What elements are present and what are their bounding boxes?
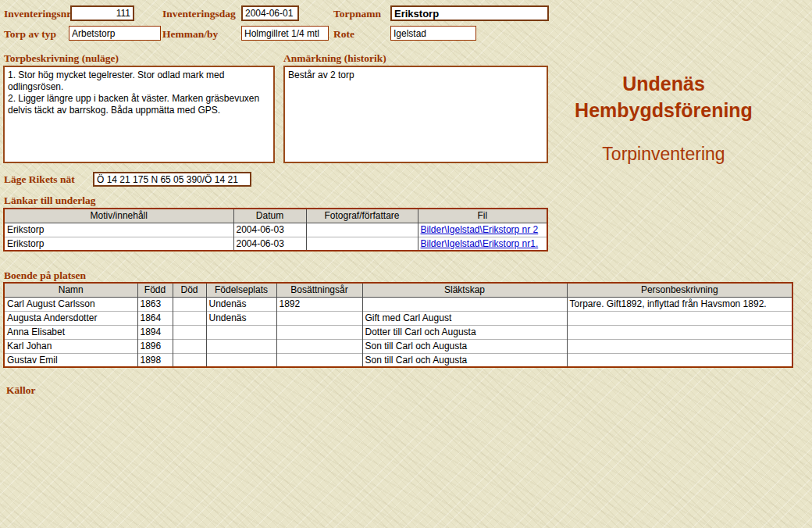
people-header-fodelseplats: Födelseplats	[206, 283, 276, 297]
person-fodd: 1894	[137, 325, 173, 339]
person-bosattningsar	[276, 311, 362, 325]
person-fodelseplats: Undenäs	[206, 297, 276, 311]
torpbeskrivning-label: Torpbeskrivning (nuläge)	[4, 52, 119, 65]
torpbeskrivning-textarea[interactable]: 1. Stor hög mycket tegelrester. Stor odl…	[3, 66, 275, 163]
person-slaktskap: Son till Carl och Augusta	[362, 339, 567, 353]
torpinventering-page: Inventeringsnr Inventeringsdag Torpnamn …	[0, 0, 812, 528]
person-dod	[173, 339, 206, 353]
org-title: Undenäs Hembygdsförening	[547, 70, 781, 123]
people-row: Gustav Emil 1898 Son till Carl och Augus…	[4, 353, 792, 367]
people-heading: Boende på platsen	[4, 269, 86, 282]
app-subtitle: Torpinventering	[547, 144, 781, 165]
person-fodelseplats	[206, 353, 276, 367]
file-link-2[interactable]: Bilder\Igelstad\Erikstorp nr1.	[421, 238, 539, 249]
person-namn: Gustav Emil	[4, 353, 137, 367]
person-fodd: 1863	[137, 297, 173, 311]
person-namn: Anna Elisabet	[4, 325, 137, 339]
torpnamn-label: Torpnamn	[333, 8, 381, 20]
person-dod	[173, 311, 206, 325]
person-slaktskap	[362, 297, 567, 311]
people-header-row: Namn Född Död Födelseplats Bosättningsår…	[4, 283, 792, 297]
links-row: Erikstorp 2004-06-03 Bilder\Igelstad\Eri…	[4, 223, 547, 237]
people-header-namn: Namn	[4, 283, 137, 297]
person-beskrivning: Torpare. Gift1892, inflyttad från Havsmo…	[567, 297, 792, 311]
links-heading: Länkar till underlag	[4, 194, 96, 207]
person-beskrivning	[567, 311, 792, 325]
org-title-line2: Hembygdsförening	[547, 97, 781, 123]
people-header-fodd: Född	[137, 283, 173, 297]
link-motiv-cell: Erikstorp	[4, 237, 233, 251]
org-title-line1: Undenäs	[547, 70, 781, 97]
links-header-datum: Datum	[233, 209, 306, 223]
person-namn: Karl Johan	[4, 339, 137, 353]
torpnamn-input[interactable]	[390, 5, 549, 21]
person-fodelseplats	[206, 325, 276, 339]
person-beskrivning	[567, 325, 792, 339]
rote-input[interactable]	[390, 26, 476, 41]
person-bosattningsar	[276, 353, 362, 367]
person-slaktskap: Son till Carl och Augusta	[362, 353, 567, 367]
anmarkning-label: Anmärkning (historik)	[283, 52, 386, 65]
hemman-by-label: Hemman/by	[162, 28, 218, 41]
inventeringsnr-label: Inventeringsnr	[4, 8, 71, 20]
person-fodd: 1898	[137, 353, 173, 367]
person-beskrivning	[567, 339, 792, 353]
person-namn: Augusta Andersdotter	[4, 311, 137, 325]
person-fodd: 1896	[137, 339, 173, 353]
links-table: Motiv/innehåll Datum Fotograf/författare…	[3, 208, 548, 252]
people-header-slaktskap: Släktskap	[362, 283, 567, 297]
link-motiv-cell: Erikstorp	[4, 223, 233, 237]
torp-av-typ-label: Torp av typ	[4, 28, 56, 41]
link-fotograf-cell	[306, 237, 418, 251]
kallor-label: Källor	[6, 384, 36, 397]
links-header-motiv: Motiv/innehåll	[4, 209, 233, 223]
links-header-fil: Fil	[418, 209, 547, 223]
person-dod	[173, 353, 206, 367]
people-row: Anna Elisabet 1894 Dotter till Carl och …	[4, 325, 792, 339]
anmarkning-textarea[interactable]: Består av 2 torp	[283, 66, 548, 163]
people-header-personbeskrivning: Personbeskrivning	[567, 283, 792, 297]
person-slaktskap: Dotter till Carl och Augusta	[362, 325, 567, 339]
people-row: Carl August Carlsson 1863 Undenäs 1892 T…	[4, 297, 792, 311]
people-header-dod: Död	[173, 283, 206, 297]
person-namn: Carl August Carlsson	[4, 297, 137, 311]
person-bosattningsar	[276, 339, 362, 353]
link-datum-cell: 2004-06-03	[233, 223, 306, 237]
person-bosattningsar	[276, 325, 362, 339]
link-fil-cell: Bilder\Igelstad\Erikstorp nr 2	[418, 223, 547, 237]
file-link-1[interactable]: Bilder\Igelstad\Erikstorp nr 2	[421, 224, 539, 235]
people-header-bosattningsar: Bosättningsår	[276, 283, 362, 297]
people-table: Namn Född Död Födelseplats Bosättningsår…	[3, 282, 793, 368]
links-row: Erikstorp 2004-06-03 Bilder\Igelstad\Eri…	[4, 237, 547, 251]
person-fodelseplats: Undenäs	[206, 311, 276, 325]
links-header-fotograf: Fotograf/författare	[306, 209, 418, 223]
people-row: Augusta Andersdotter 1864 Undenäs Gift m…	[4, 311, 792, 325]
inventeringsdag-input[interactable]	[241, 5, 299, 21]
torp-av-typ-input[interactable]	[69, 26, 161, 41]
person-dod	[173, 297, 206, 311]
person-beskrivning	[567, 353, 792, 367]
link-fil-cell: Bilder\Igelstad\Erikstorp nr1.	[418, 237, 547, 251]
link-fotograf-cell	[306, 223, 418, 237]
person-slaktskap: Gift med Carl August	[362, 311, 567, 325]
people-row: Karl Johan 1896 Son till Carl och August…	[4, 339, 792, 353]
rote-label: Rote	[333, 28, 354, 41]
hemman-by-input[interactable]	[241, 26, 329, 41]
inventeringsdag-label: Inventeringsdag	[162, 8, 236, 20]
lage-input[interactable]	[93, 172, 251, 187]
person-fodelseplats	[206, 339, 276, 353]
link-datum-cell: 2004-06-03	[233, 237, 306, 251]
person-bosattningsar: 1892	[276, 297, 362, 311]
lage-label: Läge Rikets nät	[4, 173, 75, 186]
person-fodd: 1864	[137, 311, 173, 325]
links-header-row: Motiv/innehåll Datum Fotograf/författare…	[4, 209, 547, 223]
person-dod	[173, 325, 206, 339]
inventeringsnr-input[interactable]	[70, 5, 134, 21]
